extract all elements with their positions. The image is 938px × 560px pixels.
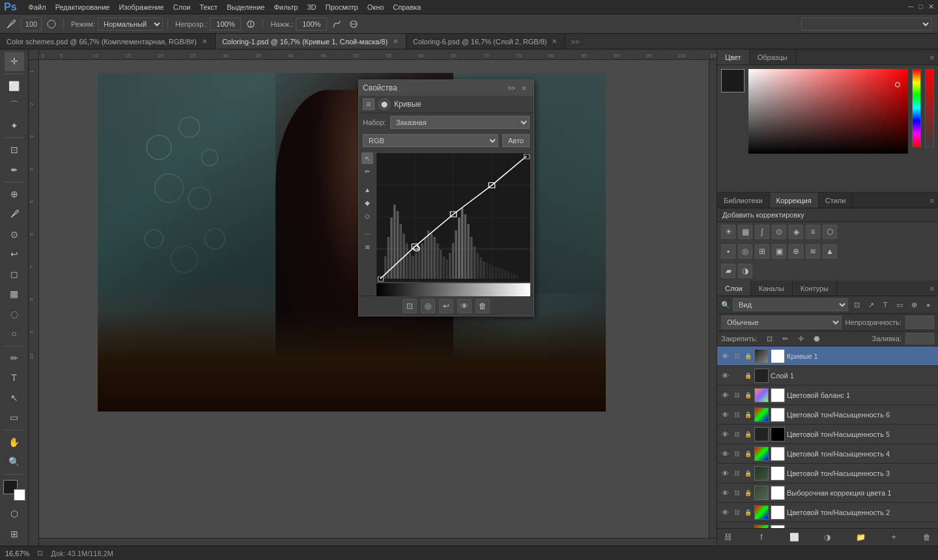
lock-transparent-btn[interactable]: ⊡ bbox=[764, 333, 776, 344]
add-adjustment-btn[interactable]: ◑ bbox=[820, 531, 834, 544]
tool-clone[interactable]: ⊙ bbox=[5, 225, 24, 244]
flow-icon[interactable] bbox=[330, 17, 344, 31]
color-swatches[interactable] bbox=[3, 480, 25, 501]
panel-more-icon[interactable]: ≡ bbox=[926, 49, 938, 64]
filter-adj[interactable]: ↗ bbox=[865, 299, 877, 311]
corr-posterize[interactable]: ≋ bbox=[806, 244, 820, 259]
lock-pixels-btn[interactable]: ✏ bbox=[780, 333, 791, 344]
tool-zoom[interactable]: 🔍 bbox=[5, 453, 24, 471]
corr-exposure[interactable]: ⊙ bbox=[772, 225, 786, 239]
workspace-select[interactable]: Основная рабочая среда bbox=[801, 18, 931, 31]
curves-pen-tool[interactable]: ✏ bbox=[362, 165, 373, 177]
menu-file[interactable]: Файл bbox=[29, 3, 46, 11]
layer-visibility[interactable]: 👁 bbox=[720, 410, 730, 420]
tool-lasso[interactable]: ⌒ bbox=[5, 96, 24, 115]
hue-slider[interactable] bbox=[912, 69, 921, 147]
curves-eyedropper-tool[interactable]: ▲ bbox=[362, 184, 373, 195]
menu-window[interactable]: Окно bbox=[367, 3, 384, 11]
opacity-toggle[interactable] bbox=[244, 17, 258, 31]
corr-colorlookup[interactable]: ▣ bbox=[772, 244, 786, 259]
add-group-btn[interactable]: 📁 bbox=[853, 531, 868, 544]
corr-hsl[interactable]: ≡ bbox=[806, 225, 820, 239]
curves-histogram-tool[interactable]: ≋ bbox=[362, 241, 373, 253]
tab-1[interactable]: Coloring-1.psd @ 16,7% (Кривые 1, Слой-м… bbox=[216, 34, 406, 49]
window-close[interactable]: ✕ bbox=[928, 3, 934, 11]
tab-2-close[interactable]: ✕ bbox=[550, 37, 558, 46]
curves-delete-btn[interactable]: 🗑 bbox=[476, 299, 490, 313]
layer-visibility[interactable]: 👁 bbox=[720, 468, 730, 479]
layer-visibility[interactable]: 👁 bbox=[720, 371, 730, 381]
corr-threshold[interactable]: ▲ bbox=[823, 244, 837, 259]
tool-shape[interactable]: ▭ bbox=[5, 408, 24, 427]
layer-item[interactable]: 👁 ⛓ 🔒 Цветовой тон/Насыщенность 2 bbox=[717, 503, 938, 522]
zoom-indicator-icon[interactable]: ⊡ bbox=[37, 549, 43, 557]
smoothing-icon[interactable] bbox=[347, 17, 361, 31]
layer-item[interactable]: 👁 ⛓ 🔒 Цветовой тон/Насыщенность 1 bbox=[717, 522, 938, 528]
opacity-input[interactable] bbox=[210, 18, 241, 31]
menu-filter[interactable]: Фильтр bbox=[274, 3, 298, 11]
tool-move[interactable]: ✛ bbox=[5, 52, 24, 71]
tab-samples[interactable]: Образцы bbox=[750, 49, 796, 64]
tool-screen-mode[interactable]: ⊞ bbox=[5, 525, 24, 544]
corr-vibrance[interactable]: ◈ bbox=[789, 225, 803, 239]
curves-eyedropper-grey[interactable]: ◇ bbox=[362, 210, 373, 221]
add-layer-btn[interactable]: + bbox=[887, 531, 901, 544]
tool-marquee[interactable]: ⬜ bbox=[5, 77, 24, 96]
filter-text[interactable]: T bbox=[879, 299, 891, 311]
menu-help[interactable]: Справка bbox=[393, 3, 421, 11]
tab-1-close[interactable]: ✕ bbox=[391, 37, 399, 46]
menu-view[interactable]: Просмотр bbox=[325, 3, 358, 11]
layer-item[interactable]: 👁 ⛓ 🔒 Кривые 1 bbox=[717, 346, 938, 366]
curves-eyedropper-black[interactable]: ⋯ bbox=[362, 228, 373, 240]
filter-pixel[interactable]: ⊡ bbox=[851, 299, 862, 311]
tabs-expand[interactable]: >> bbox=[568, 34, 582, 49]
tool-brush[interactable] bbox=[5, 205, 24, 224]
curves-visibility-btn[interactable]: 👁 bbox=[457, 299, 472, 313]
tool-dodge[interactable]: ○ bbox=[5, 324, 24, 343]
link-layers-btn[interactable]: ⛓ bbox=[721, 531, 735, 544]
horizontal-scrollbar[interactable] bbox=[39, 538, 717, 546]
tool-path-select[interactable]: ↖ bbox=[5, 389, 24, 408]
brush-tool[interactable] bbox=[4, 17, 18, 31]
delete-layer-btn[interactable]: 🗑 bbox=[920, 531, 934, 544]
menu-3d[interactable]: 3D bbox=[307, 3, 316, 11]
tool-pen[interactable]: ✏ bbox=[5, 348, 24, 367]
curves-pointer-tool[interactable]: ↖ bbox=[362, 152, 373, 164]
filter-toggle[interactable]: ● bbox=[922, 299, 934, 311]
auto-btn[interactable]: Авто bbox=[502, 134, 530, 147]
tool-crop[interactable]: ⊡ bbox=[5, 141, 24, 160]
curves-previous-btn[interactable]: ◎ bbox=[421, 299, 435, 313]
tab-2[interactable]: Coloring-6.psd @ 16,7% (Слой 2, RGB/8) ✕ bbox=[406, 34, 565, 49]
layer-item[interactable]: 👁 ⛓ 🔒 Цветовой тон/Насыщенность 6 bbox=[717, 405, 938, 425]
blend-mode-layer-select[interactable]: Обычные bbox=[721, 316, 842, 329]
layer-visibility[interactable]: 👁 bbox=[720, 449, 730, 459]
color-gradient-picker[interactable] bbox=[748, 69, 908, 154]
layer-filter-select[interactable]: Вид bbox=[733, 298, 848, 311]
corr-gradient-map[interactable]: ▰ bbox=[721, 264, 735, 278]
layer-visibility[interactable]: 👁 bbox=[720, 351, 730, 361]
layer-item[interactable]: 👁 ⛓ 🔒 Выборочная коррекция цвета 1 bbox=[717, 483, 938, 503]
add-mask-btn[interactable]: ⬜ bbox=[788, 531, 802, 544]
corr-bw[interactable]: ▪ bbox=[721, 244, 735, 259]
corr-curves[interactable]: ∫ bbox=[755, 225, 769, 239]
corr-photofilter[interactable]: ◎ bbox=[738, 244, 752, 259]
layer-visibility[interactable]: 👁 bbox=[720, 488, 730, 498]
add-style-btn[interactable]: f bbox=[754, 531, 769, 544]
menu-image[interactable]: Изображение bbox=[119, 3, 163, 11]
panel-menu-icon[interactable]: ≡ bbox=[519, 83, 530, 93]
channel-select[interactable]: RGB Красный Зелёный Синий bbox=[363, 134, 498, 147]
menu-edit[interactable]: Редактирование bbox=[55, 3, 110, 11]
curves-eyedropper-white[interactable]: ◆ bbox=[362, 197, 373, 208]
filter-shape[interactable]: ▭ bbox=[894, 299, 905, 311]
tool-eyedropper[interactable]: ✒ bbox=[5, 161, 24, 180]
corr-colorbalance[interactable]: ⬡ bbox=[823, 225, 837, 239]
tool-quick-mask[interactable]: ⬡ bbox=[5, 505, 24, 524]
curves-canvas[interactable] bbox=[376, 152, 531, 283]
brush-angle[interactable] bbox=[44, 17, 59, 31]
layers-more[interactable]: ≡ bbox=[926, 281, 938, 296]
correction-more[interactable]: ≡ bbox=[926, 193, 938, 208]
alpha-slider[interactable] bbox=[925, 69, 934, 147]
layer-mask-icon[interactable]: ⬤ bbox=[378, 98, 390, 110]
curves-titlebar[interactable]: Свойства >> ≡ bbox=[359, 80, 533, 96]
tool-hand[interactable]: ✋ bbox=[5, 433, 24, 452]
